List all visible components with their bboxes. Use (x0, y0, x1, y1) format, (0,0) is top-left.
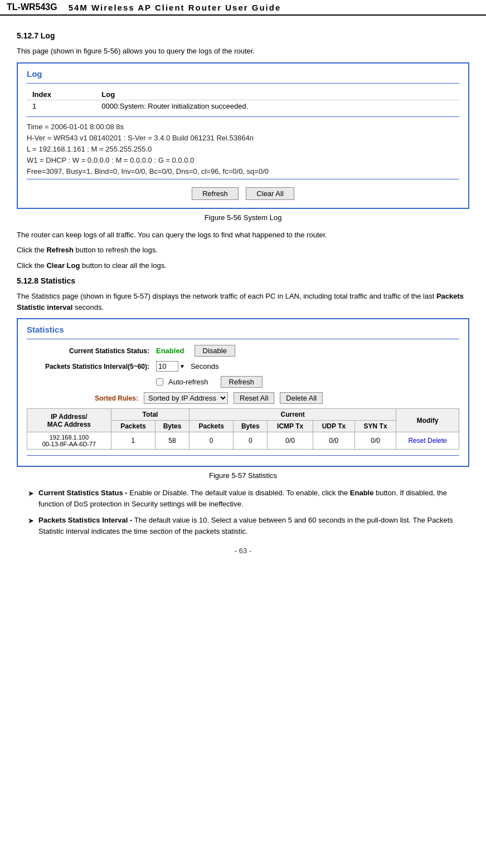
bullet1-label: Current Statistics Status - (38, 489, 128, 497)
stats-interval-inner: ▼ Seconds (156, 361, 219, 372)
section-stats-heading: 5.12.8 Statistics (17, 276, 469, 285)
bullet-item-1: ➤ Current Statistics Status - Enable or … (28, 487, 469, 509)
stats-sub-total-packets: Packets (111, 421, 155, 432)
stats-disable-button[interactable]: Disable (195, 345, 235, 357)
stats-bottom-divider (27, 455, 459, 456)
log-bottom-divider (27, 179, 459, 179)
bullet2-label: Packets Statistics Interval - (38, 516, 132, 524)
stats-total-bytes: 58 (155, 432, 189, 450)
log-table: Index Log 1 0000:System: Router initiali… (27, 89, 459, 112)
log-index-cell: 1 (27, 100, 96, 112)
sorted-rules-select[interactable]: Sorted by IP Address (144, 392, 228, 404)
stats-syn-tx: 0/0 (354, 432, 396, 450)
log-para1-text: The router can keep logs of all traffic.… (17, 231, 327, 239)
log-figure-caption: Figure 5-56 System Log (17, 213, 469, 222)
product-name: TL-WR543G (7, 2, 57, 12)
stats-table: IP Address/MAC Address Total Current Mod… (27, 408, 459, 450)
log-para3-bold: Clear Log (46, 261, 80, 270)
section-log-heading: 5.12.7 Log (17, 31, 469, 40)
bullet-arrow-2: ➤ (28, 515, 34, 526)
stats-refresh-button[interactable]: Refresh (221, 376, 263, 388)
stats-box-divider (27, 339, 459, 339)
stats-cur-bytes: 0 (234, 432, 268, 450)
stats-sub-cur-packets: Packets (189, 421, 234, 432)
log-para3-prefix: Click the (17, 261, 46, 270)
table-row: 192.168.1.10000-13-8F-AA-6D-77 1 58 0 0 … (27, 432, 459, 450)
section-stats-intro: The Statistics page (shown in figure 5-5… (17, 291, 469, 313)
log-para2-suffix: button to refresh the logs. (74, 246, 158, 254)
stats-reset-link[interactable]: Reset (408, 437, 425, 445)
bullet-text-1: Current Statistics Status - Enable or Di… (38, 487, 469, 509)
auto-refresh-checkbox[interactable] (156, 378, 163, 386)
log-info-l: L = 192.168.1.161 : M = 255.255.255.0 (27, 145, 459, 153)
stats-interval-input[interactable] (156, 361, 178, 372)
stats-col-ip: IP Address/MAC Address (27, 409, 111, 432)
bullet-item-2: ➤ Packets Statistics Interval - The defa… (28, 515, 469, 537)
stats-col-current: Current (189, 409, 396, 421)
section-log-intro: This page (shown in figure 5-56) allows … (17, 46, 469, 57)
stats-col-total: Total (111, 409, 189, 421)
stats-interval-label: Packets Statistics Interval(5~60): (27, 363, 149, 370)
log-para2-bold: Refresh (46, 246, 73, 254)
log-info-time: Time = 2006-01-01 8:00:08 8s (27, 123, 459, 131)
bullet-list: ➤ Current Statistics Status - Enable or … (28, 487, 469, 537)
sorted-rules-label: Sorted Rules: (27, 394, 138, 402)
stats-status-row: Current Statistics Status: Enabled Disab… (27, 345, 459, 357)
table-row: 1 0000:System: Router initialization suc… (27, 100, 459, 112)
stats-box-title: Statistics (27, 325, 459, 334)
auto-refresh-row: Auto-refresh Refresh (27, 376, 459, 388)
reset-all-button[interactable]: Reset All (234, 392, 274, 404)
log-col-log: Log (96, 89, 459, 100)
bullet-arrow-1: ➤ (28, 488, 34, 499)
stats-col-modify: Modify (396, 409, 459, 432)
stats-intro-text: The Statistics page (shown in figure 5-5… (17, 292, 436, 300)
log-clear-button[interactable]: Clear All (246, 187, 294, 200)
log-para1: The router can keep logs of all traffic.… (17, 230, 469, 241)
log-info-w1: W1 = DHCP : W = 0.0.0.0 : M = 0.0.0.0 : … (27, 156, 459, 164)
stats-total-packets: 1 (111, 432, 155, 450)
log-box: Log Index Log 1 0000:System: Router init… (17, 62, 469, 209)
page-content: 5.12.7 Log This page (shown in figure 5-… (0, 16, 486, 565)
page-footer: - 63 - (17, 547, 469, 555)
stats-figure-caption: Figure 5-57 Statistics (17, 471, 469, 480)
stats-udp-tx: 0/0 (313, 432, 354, 450)
log-info-divider (27, 116, 459, 117)
header-bar: TL-WR543G 54M Wireless AP Client Router … (0, 0, 486, 16)
log-box-title: Log (27, 69, 459, 79)
stats-sub-udp: UDP Tx (313, 421, 354, 432)
stats-ip-cell: 192.168.1.10000-13-8F-AA-6D-77 (27, 432, 111, 450)
stats-status-label: Current Statistics Status: (27, 347, 149, 355)
stats-intro-suffix: seconds. (72, 303, 104, 311)
stats-box: Statistics Current Statistics Status: En… (17, 318, 469, 467)
log-col-index: Index (27, 89, 96, 100)
bullet1-enable-bold: Enable (350, 489, 374, 497)
stats-cur-packets: 0 (189, 432, 234, 450)
log-refresh-button[interactable]: Refresh (192, 187, 239, 200)
log-para3: Click the Clear Log button to clear all … (17, 260, 469, 271)
log-info-hver: H-Ver = WR543 v1 08140201 : S-Ver = 3.4.… (27, 134, 459, 142)
sorted-rules-row: Sorted Rules: Sorted by IP Address Reset… (27, 392, 459, 404)
log-entry-cell: 0000:System: Router initialization succe… (96, 100, 459, 112)
log-btn-row: Refresh Clear All (27, 187, 459, 200)
stats-sub-cur-bytes: Bytes (234, 421, 268, 432)
stats-icmp-tx: 0/0 (268, 432, 313, 450)
stats-delete-link[interactable]: Delete (427, 437, 447, 445)
auto-refresh-label: Auto-refresh (168, 378, 208, 386)
stats-sub-syn: SYN Tx (354, 421, 396, 432)
stats-sub-total-bytes: Bytes (155, 421, 189, 432)
delete-all-button[interactable]: Delete All (280, 392, 323, 404)
log-para2-prefix: Click the (17, 246, 46, 254)
bullet-text-2: Packets Statistics Interval - The defaul… (38, 515, 469, 537)
interval-dropdown-icon: ▼ (179, 363, 185, 369)
stats-status-value: Enabled (156, 347, 184, 355)
header-subtitle: 54M Wireless AP Client Router User Guide (69, 3, 281, 12)
stats-modify-cell: Reset Delete (396, 432, 459, 450)
log-para3-suffix: button to clear all the logs. (80, 261, 166, 270)
log-box-divider (27, 83, 459, 84)
stats-sub-icmp: ICMP Tx (268, 421, 313, 432)
stats-interval-row: Packets Statistics Interval(5~60): ▼ Sec… (27, 361, 459, 372)
log-info-free: Free=3097, Busy=1, Bind=0, Inv=0/0, Bc=0… (27, 167, 459, 175)
stats-seconds-label: Seconds (191, 362, 219, 370)
log-para2: Click the Refresh button to refresh the … (17, 245, 469, 256)
